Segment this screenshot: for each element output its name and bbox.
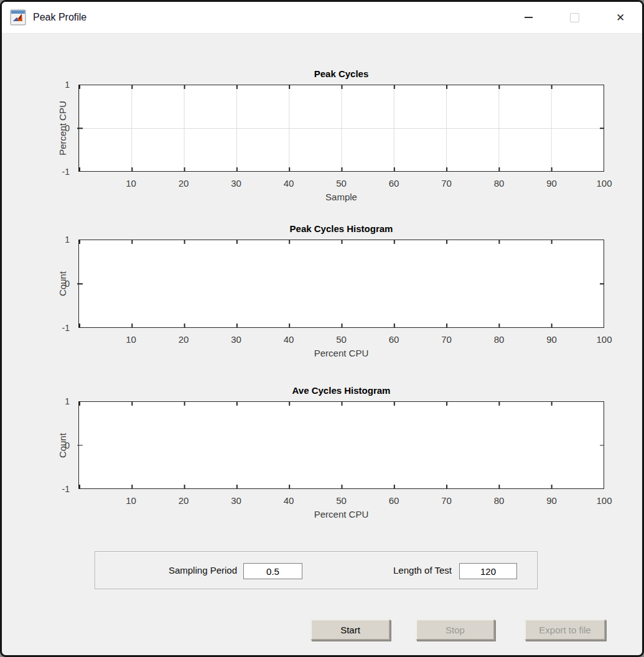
axes-area bbox=[78, 85, 604, 172]
x-tick-label: 20 bbox=[179, 178, 189, 189]
y-tick-label: 1 bbox=[47, 396, 70, 406]
maximize-icon bbox=[570, 13, 579, 22]
stop-button: Stop bbox=[416, 619, 495, 640]
x-tick-label: 50 bbox=[336, 334, 347, 345]
title-bar: Peak Profile ✕ bbox=[2, 2, 642, 34]
x-tick-label: 100 bbox=[596, 334, 612, 345]
x-tick-label: 60 bbox=[389, 334, 399, 345]
y-tick-label: 1 bbox=[47, 80, 70, 90]
plot-title: Peak Cycles bbox=[78, 68, 604, 79]
y-tick-label: 1 bbox=[47, 235, 70, 245]
window-title: Peak Profile bbox=[33, 2, 86, 33]
y-axis-label: Count bbox=[57, 432, 68, 457]
y-tick-mark bbox=[77, 283, 83, 284]
x-tick-label: 60 bbox=[389, 178, 399, 189]
x-tick-label: 40 bbox=[284, 178, 294, 189]
y-tick-mark bbox=[77, 128, 83, 129]
y-axis-label: Count bbox=[57, 271, 68, 296]
x-tick-label: 90 bbox=[546, 495, 557, 506]
length-of-test-input[interactable] bbox=[459, 563, 517, 579]
parameters-panel: Sampling Period Length of Test bbox=[95, 551, 538, 589]
close-button[interactable]: ✕ bbox=[603, 2, 638, 33]
maximize-button bbox=[557, 2, 592, 33]
x-tick-label: 30 bbox=[231, 178, 241, 189]
x-tick-label: 30 bbox=[231, 334, 241, 345]
x-tick-label: 60 bbox=[389, 495, 399, 506]
axes-area bbox=[78, 401, 604, 489]
x-axis-label: Percent CPU bbox=[78, 348, 604, 358]
x-tick-label: 90 bbox=[546, 178, 557, 189]
x-tick-label: 10 bbox=[126, 495, 136, 506]
x-tick-label: 40 bbox=[284, 495, 294, 506]
y-tick-mark bbox=[77, 445, 83, 446]
y-axis-label: Percent CPU bbox=[57, 101, 68, 156]
sampling-period-label: Sampling Period bbox=[120, 552, 237, 589]
x-axis-label: Percent CPU bbox=[78, 509, 604, 520]
x-tick-label: 20 bbox=[179, 334, 189, 345]
start-button[interactable]: Start bbox=[310, 619, 390, 640]
axes-area bbox=[78, 240, 604, 328]
plot-title: Peak Cycles Histogram bbox=[78, 223, 604, 234]
x-tick-labels: 10 20 30 40 50 60 70 80 90 100 bbox=[78, 334, 604, 345]
gridline-y0 bbox=[79, 128, 604, 129]
minimize-icon bbox=[525, 17, 533, 18]
x-tick-label: 100 bbox=[596, 178, 612, 189]
y-tick-label: -1 bbox=[47, 484, 70, 494]
y-tick-mark bbox=[600, 445, 604, 446]
y-tick-mark bbox=[600, 283, 604, 284]
x-tick-label: 70 bbox=[441, 178, 452, 189]
x-tick-label: 80 bbox=[494, 495, 505, 506]
x-tick-label: 100 bbox=[596, 495, 612, 506]
x-tick-label: 90 bbox=[546, 334, 557, 345]
x-tick-label: 10 bbox=[126, 178, 136, 189]
plot-ave-cycles-histogram: Ave Cycles Histogram 1 0 -1 Count 10 20 … bbox=[78, 401, 604, 489]
matlab-app-icon bbox=[10, 9, 26, 26]
y-tick-mark bbox=[600, 128, 604, 129]
x-tick-label: 30 bbox=[231, 495, 241, 506]
peak-profile-window: Peak Profile ✕ Peak Cycles 1 0 -1 Percen… bbox=[0, 0, 644, 657]
y-tick-label: -1 bbox=[47, 323, 70, 333]
x-tick-labels: 10 20 30 40 50 60 70 80 90 100 bbox=[78, 178, 604, 189]
x-tick-label: 70 bbox=[441, 495, 452, 506]
x-axis-label: Sample bbox=[78, 192, 604, 202]
export-to-file-button: Export to file bbox=[525, 619, 605, 640]
length-of-test-label: Length of Test bbox=[357, 552, 452, 589]
x-tick-label: 50 bbox=[336, 495, 347, 506]
x-tick-label: 50 bbox=[336, 178, 347, 189]
minimize-button[interactable] bbox=[511, 2, 546, 33]
x-tick-label: 10 bbox=[126, 334, 136, 345]
x-tick-label: 80 bbox=[494, 334, 505, 345]
x-tick-labels: 10 20 30 40 50 60 70 80 90 100 bbox=[78, 495, 604, 506]
y-tick-label: -1 bbox=[47, 167, 70, 177]
sampling-period-input[interactable] bbox=[243, 563, 302, 579]
plot-title: Ave Cycles Histogram bbox=[78, 385, 604, 396]
plot-peak-cycles-histogram: Peak Cycles Histogram 1 0 -1 Count 10 20… bbox=[78, 240, 604, 328]
x-tick-label: 70 bbox=[441, 334, 452, 345]
x-tick-label: 40 bbox=[284, 334, 294, 345]
x-tick-label: 20 bbox=[179, 495, 189, 506]
x-tick-label: 80 bbox=[494, 178, 505, 189]
plot-peak-cycles: Peak Cycles 1 0 -1 Percent CPU 10 20 30 … bbox=[78, 85, 604, 172]
